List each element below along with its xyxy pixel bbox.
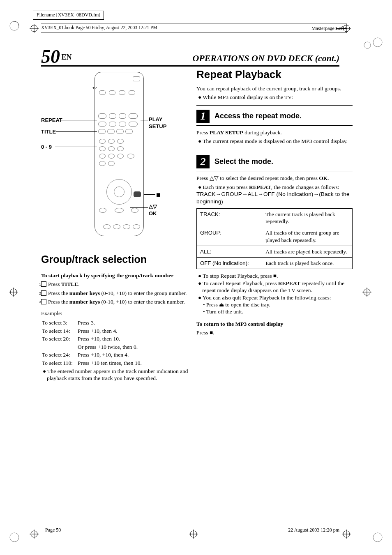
step-2-number: 2 — [196, 155, 210, 168]
title-rule — [41, 65, 339, 67]
callout-play-setup: PLAYSETUP — [149, 116, 166, 130]
book-info-line: XV3EX_01.book Page 50 Friday, August 22,… — [41, 23, 347, 32]
registration-mark-icon — [189, 530, 198, 539]
footer-date: 22 August 2003 12:20 pm — [288, 527, 339, 534]
registration-mark-icon — [362, 288, 371, 297]
svg-point-4 — [373, 533, 382, 542]
registration-mark-icon — [342, 530, 351, 539]
callout-repeat: REPEAT — [41, 117, 62, 124]
example-label: Example: — [41, 310, 189, 317]
registration-mark-icon — [30, 24, 39, 33]
repeat-mode-table: TRACK:The current track is played back r… — [196, 208, 353, 269]
step-2-text-1: Press △▽ to select the desired repeat mo… — [196, 175, 353, 182]
step-1-header: 1 Access the repeat mode. — [196, 110, 353, 123]
repeat-sequence: TRACK→GROUP→ALL→OFF (No indication)→(Bac… — [196, 191, 353, 205]
step-3-line: 3Press the number keys (0-10, +10) to en… — [41, 298, 189, 306]
post-bullet-3: ● You can also quit Repeat Playback in t… — [196, 294, 353, 302]
post-bullet-1: ● To stop Repeat Playback, press ■. — [196, 272, 353, 280]
post-sub-bullet-1: • Press ⏏ to open the disc tray. — [196, 301, 353, 308]
return-heading: To return to the MP3 control display — [196, 320, 353, 328]
printer-mark-spiral — [372, 37, 383, 48]
step-2-title: Select the mode. — [214, 157, 273, 166]
step-1-text: Press PLAY SETUP during playback. — [196, 129, 353, 136]
step-1-bullet: ● The current repeat mode is displayed o… — [196, 138, 353, 145]
section-title: OPERATIONS ON DVD DECK (cont.) — [192, 53, 339, 64]
step-2-header: 2 Select the mode. — [196, 155, 353, 168]
group-track-heading: Group/track selection — [41, 253, 189, 266]
post-sub-bullet-2: • Turn off the unit. — [196, 308, 353, 315]
step-2-bullet: ● Each time you press REPEAT, the mode c… — [196, 184, 353, 191]
printer-mark-spiral — [372, 532, 383, 543]
step-2-line: 2Press the number keys (0-10, +10) to en… — [41, 290, 189, 297]
repeat-playback-heading: Repeat Playback — [196, 68, 353, 82]
remote-diagram: TV — [41, 72, 189, 244]
post-bullet-2: ● To cancel Repeat Playback, press REPEA… — [196, 280, 353, 294]
example-table: To select 3:Press 3. To select 14:Press … — [41, 318, 147, 367]
callout-title: TITLE — [41, 129, 56, 136]
step-1-title: Access the repeat mode. — [214, 111, 302, 121]
tv-label: TV — [92, 86, 97, 90]
left-note: ● The entered number appears in the trac… — [41, 368, 189, 382]
callout-updown-ok: △▽OK — [149, 203, 157, 217]
return-text: Press ■. — [196, 329, 353, 336]
footer-page: Page 50 — [45, 527, 61, 534]
svg-point-3 — [10, 533, 19, 542]
right-intro: You can repeat playback of the current g… — [196, 85, 353, 92]
printer-mark-spiral — [363, 41, 371, 49]
svg-point-1 — [373, 38, 382, 47]
registration-mark-icon — [30, 530, 39, 539]
callout-number-keys: 0 - 9 — [41, 144, 52, 151]
step-1-line: 1Press TITLE. — [41, 281, 189, 288]
printer-mark-spiral — [9, 21, 20, 31]
svg-point-2 — [364, 42, 371, 48]
left-intro: To start playback by specifying the grou… — [41, 272, 189, 279]
printer-mark-spiral — [9, 532, 20, 543]
step-1-number: 1 — [196, 110, 210, 123]
filename-box: Filename [XV3EX_08DVD.fm] — [33, 11, 104, 20]
registration-mark-icon — [9, 288, 18, 297]
right-intro-bullet: ● While MP3 control display is on the TV… — [196, 94, 353, 101]
callout-stop: ■ — [156, 190, 161, 200]
